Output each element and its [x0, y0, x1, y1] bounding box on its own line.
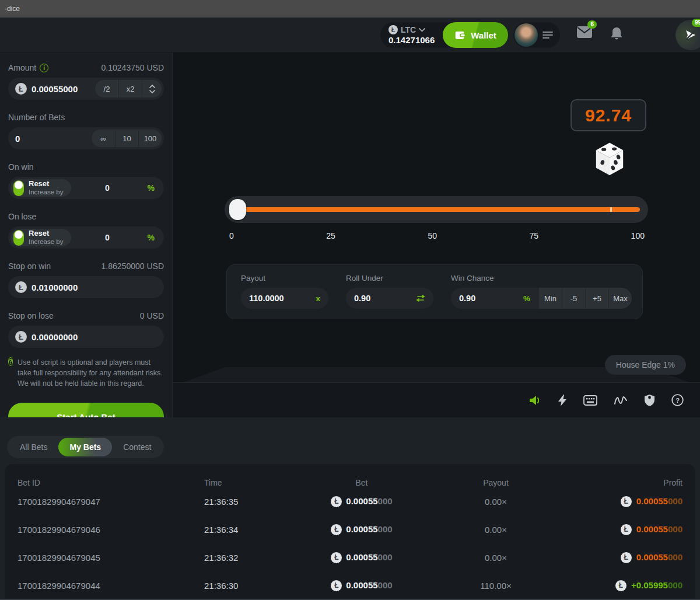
turbo-icon[interactable] [558, 394, 567, 407]
stop-on-win-label-row: Stop on win 1.86250000 USD [8, 261, 164, 271]
roll-under-input[interactable]: 0.90 [346, 288, 433, 309]
on-lose-value[interactable]: 0 [90, 233, 125, 242]
script-disclaimer: ? Use of script is optional and players … [8, 357, 164, 389]
wallet-group: Ł LTC 0.14271066 Wallet [380, 22, 508, 48]
toggle-icon [13, 180, 24, 196]
on-win-label-row: On win [8, 162, 164, 172]
slider-scale: 0 25 50 75 100 [229, 231, 645, 240]
window-title: -dice [5, 5, 20, 13]
amount-input[interactable]: Ł 0.00055000 /2 x2 [8, 78, 164, 100]
win-chance-input[interactable]: 0.90 % [451, 288, 538, 309]
number-of-bets-input[interactable]: 0 ∞ 10 100 [8, 127, 164, 149]
ltc-coin-icon: Ł [621, 552, 632, 563]
notification-badge: 99+ [692, 19, 700, 27]
table-row[interactable]: 17001829904679044 21:36:30 Ł0.00055000 1… [18, 571, 682, 599]
game-toolbar: ? [173, 382, 700, 417]
payout-input[interactable]: 110.0000 x [241, 288, 328, 309]
stop-on-lose-usd: 0 USD [140, 311, 164, 320]
header-payout: Payout [483, 478, 509, 487]
half-button[interactable]: /2 [95, 80, 118, 97]
bet-stats-panel: Payout 110.0000 x Roll Under 0.90 Win Ch… [226, 264, 643, 319]
info-icon[interactable]: i [40, 64, 48, 72]
ltc-coin-icon: Ł [621, 524, 632, 535]
bet-id: 17001829904679047 [18, 497, 204, 507]
disclaimer-text: Use of script is optional and players mu… [18, 357, 164, 389]
bet-amount: 0.00055 [346, 496, 377, 506]
number-of-bets-label-row: Number of Bets [8, 113, 164, 122]
amount-label-row: Amounti 0.10243750 USD [8, 63, 164, 72]
tab-all-bets[interactable]: All Bets [9, 438, 58, 456]
hotkeys-icon[interactable] [583, 395, 597, 406]
scale-25: 25 [326, 231, 335, 240]
table-row[interactable]: 17001829904679045 21:36:32 Ł0.00055000 0… [18, 543, 682, 571]
fairness-icon[interactable] [644, 394, 655, 407]
bet-time: 21:36:34 [204, 525, 298, 535]
stop-on-lose-input[interactable]: Ł 0.00000000 [8, 326, 164, 348]
wallet-balance: 0.14271066 [388, 35, 435, 45]
bet-amount: 0.00055 [346, 524, 377, 534]
amount-usd: 0.10243750 USD [102, 63, 164, 72]
bet-amount: 0.00055 [346, 580, 377, 590]
bell-icon[interactable] [610, 27, 623, 43]
table-row[interactable]: 17001829904679047 21:36:35 Ł0.00055000 0… [18, 487, 682, 515]
min-button[interactable]: Min [538, 288, 562, 309]
chevron-up-icon [149, 85, 155, 88]
stop-on-win-input[interactable]: Ł 0.01000000 [8, 276, 164, 298]
bet-profit: 0.00055 [636, 496, 668, 506]
roll-result-box: 92.74 [570, 99, 646, 131]
slider-track[interactable] [234, 207, 640, 212]
on-lose-mode-toggle[interactable]: Reset Increase by [10, 229, 71, 246]
double-button[interactable]: x2 [118, 80, 142, 97]
wallet-button[interactable]: Wallet [443, 22, 508, 48]
currency-selector[interactable]: Ł LTC 0.14271066 [388, 25, 435, 45]
help-icon[interactable]: ? [671, 394, 684, 406]
roll-under-group: Roll Under 0.90 [346, 274, 433, 310]
question-icon: ? [8, 357, 13, 366]
mail-badge: 6 [587, 20, 597, 29]
ltc-coin-icon: Ł [621, 496, 632, 507]
menu-icon [542, 31, 553, 39]
chevron-down-icon [149, 90, 155, 93]
stop-on-win-label: Stop on win [8, 261, 51, 271]
header-bet: Bet [355, 478, 368, 487]
swap-icon[interactable] [416, 295, 425, 302]
table-row[interactable]: 17001829904679046 21:36:34 Ł0.00055000 0… [18, 515, 682, 543]
live-stats-icon[interactable] [614, 395, 628, 406]
ltc-coin-icon: Ł [615, 580, 626, 591]
plus5-button[interactable]: +5 [585, 288, 608, 309]
minus5-button[interactable]: -5 [562, 288, 585, 309]
on-win-row: Reset Increase by 0 % [8, 177, 164, 199]
chevron-down-icon [419, 28, 425, 32]
on-lose-percent: % [148, 233, 155, 242]
ltc-coin-icon: Ł [331, 552, 342, 563]
ltc-coin-icon: Ł [331, 580, 342, 591]
max-button[interactable]: Max [608, 288, 632, 309]
ltc-coin-icon: Ł [331, 496, 342, 507]
wallet-icon [454, 30, 466, 40]
on-win-value[interactable]: 0 [90, 183, 125, 193]
tab-my-bets[interactable]: My Bets [58, 438, 112, 456]
preset-10-button[interactable]: 10 [115, 130, 138, 147]
sound-icon[interactable] [528, 395, 541, 406]
profile-group[interactable] [513, 22, 560, 48]
stop-on-lose-label: Stop on lose [8, 311, 54, 320]
mail-icon[interactable]: 6 [576, 26, 593, 41]
number-of-bets-value: 0 [15, 134, 20, 144]
slider-handle[interactable] [229, 199, 246, 220]
amount-stepper[interactable] [142, 80, 162, 97]
infinity-button[interactable]: ∞ [92, 130, 115, 147]
header-time: Time [204, 478, 298, 487]
stop-on-win-value: 0.01000000 [32, 282, 78, 292]
ltc-coin-icon: Ł [388, 25, 398, 34]
bet-controls-sidebar: Amounti 0.10243750 USD Ł 0.00055000 /2 x… [0, 53, 173, 417]
on-lose-row: Reset Increase by 0 % [8, 226, 164, 249]
preset-100-button[interactable]: 100 [138, 130, 162, 147]
tab-contest[interactable]: Contest [112, 438, 162, 456]
on-win-mode-toggle[interactable]: Reset Increase by [10, 179, 71, 197]
stop-on-win-usd: 1.86250000 USD [102, 261, 164, 271]
scale-75: 75 [530, 231, 539, 240]
chat-toggle-icon[interactable]: 99+ [676, 20, 700, 50]
bet-id: 17001829904679046 [18, 525, 204, 535]
avatar [514, 23, 538, 47]
slider-result-marker [610, 207, 612, 212]
